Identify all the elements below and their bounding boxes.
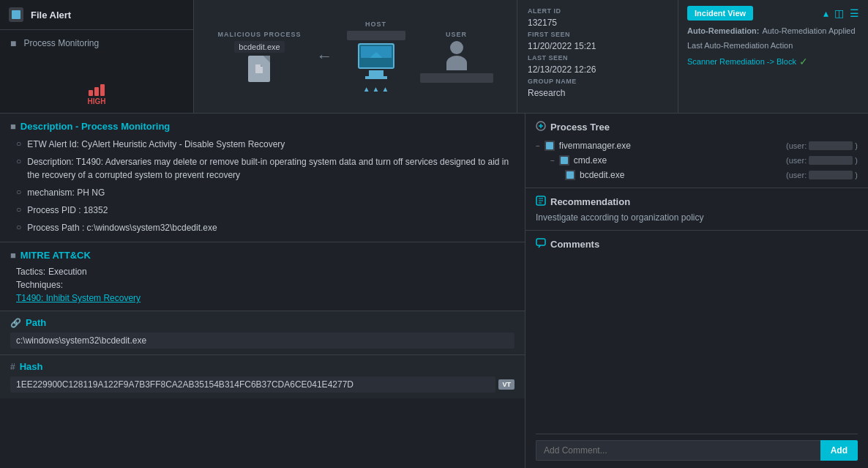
user-avatar <box>444 41 469 70</box>
flow-nodes: MALICIOUS PROCESS bcdedit.exe → HOST <box>217 21 493 93</box>
comments-header: Comments <box>536 238 858 250</box>
alert-info-panel: ALERT ID 132175 FIRST SEEN 11/20/2022 15… <box>517 0 678 113</box>
alert-id-value: 132175 <box>528 18 667 28</box>
description-title: Description - Process Monitoring <box>20 121 170 132</box>
arrow-up-1: ▲ <box>363 85 370 93</box>
incident-view-button[interactable]: Incident View <box>687 6 753 21</box>
first-seen-label: FIRST SEEN <box>528 31 667 38</box>
scanner-link-text: Scanner Remediation -> Block <box>687 57 796 66</box>
chart-icon[interactable]: ▴ <box>823 7 828 19</box>
tree-icon <box>536 121 546 133</box>
bullet-icon: ○ <box>16 222 21 232</box>
tree-nodes: − fivemmanager.exe (user: ) − <box>536 141 858 180</box>
user-blurred-2 <box>809 156 853 165</box>
proc-icon-2 <box>559 155 569 166</box>
description-section: ■ Description - Process Monitoring ○ ETW… <box>0 114 525 242</box>
check-icon: ✓ <box>799 56 808 67</box>
last-seen-label: LAST SEEN <box>528 54 667 62</box>
bullet-icon: ○ <box>16 204 21 215</box>
comments-title: Comments <box>550 239 599 250</box>
nav-label-process-monitoring: Process Monitoring <box>23 38 99 48</box>
process-tree-header: Process Tree <box>536 121 858 133</box>
sidebar: File Alert ■ Process Monitoring HIGH <box>0 0 194 113</box>
svg-rect-0 <box>12 10 20 19</box>
incident-header: Incident View ▴ ◫ ☰ <box>687 6 859 21</box>
user-suffix-1: ) <box>855 141 858 150</box>
proc-user-2: (user: ) <box>786 156 858 165</box>
proc-icon-inner <box>546 142 553 149</box>
layout-icon[interactable]: ◫ <box>834 7 844 19</box>
proc-user-1: (user: ) <box>786 141 858 150</box>
recommendation-header: Recommendation <box>536 196 858 208</box>
tree-node-3: bcdedit.exe (user: ) <box>536 170 858 180</box>
user-blurred-3 <box>809 171 853 179</box>
comment-input[interactable] <box>536 440 820 461</box>
path-value: c:\windows\system32\bcdedit.exe <box>10 333 515 349</box>
alert-bars <box>89 84 105 96</box>
hash-section: # Hash 1EE229900C128119A122F9A7B3FF8CA2A… <box>0 355 525 398</box>
mitre-content: Tactics: Execution Techniques: T1490: In… <box>10 267 515 303</box>
user-suffix-3: ) <box>855 171 858 179</box>
user-suffix-2: ) <box>855 156 858 165</box>
app-title: File Alert <box>31 10 71 21</box>
comments-section: Comments Add <box>525 231 868 468</box>
process-tree-title: Process Tree <box>550 122 610 133</box>
user-prefix-1: (user: <box>786 141 807 150</box>
proc-icon-1 <box>545 141 555 151</box>
base-icon <box>365 76 387 79</box>
last-action-label: Last Auto-Remediation Action <box>687 41 859 50</box>
malicious-process-label: MALICIOUS PROCESS <box>217 31 301 38</box>
description-content: ○ ETW Alert Id: CyAlert Heuristic Activi… <box>10 138 515 234</box>
flow-diagram: MALICIOUS PROCESS bcdedit.exe → HOST <box>194 0 517 113</box>
add-comment-button[interactable]: Add <box>820 440 858 461</box>
incident-icons: ▴ ◫ ☰ <box>823 7 859 19</box>
bullet-text: ETW Alert Id: CyAlert Heuristic Activity… <box>27 138 285 151</box>
host-icon <box>356 43 396 80</box>
comments-icon <box>536 238 546 250</box>
user-head <box>450 41 463 54</box>
bullet-text: Process Path : c:\windows\system32\bcded… <box>27 221 217 234</box>
user-label: USER <box>446 31 467 38</box>
comments-area: Add <box>536 258 858 461</box>
list-item: ○ Process PID : 18352 <box>16 204 515 217</box>
hash-vt-badge[interactable]: VT <box>498 379 515 390</box>
host-arrows: ▲ ▲ ▲ <box>363 85 389 93</box>
host-label: HOST <box>365 21 386 28</box>
proc-name-2: cmd.exe <box>574 155 607 166</box>
tree-node-1: − fivemmanager.exe (user: ) <box>536 141 858 151</box>
expand-icon-1[interactable]: − <box>536 142 540 150</box>
hash-header: # Hash <box>10 361 515 372</box>
hash-value: 1EE229900C128119A122F9A7B3FF8CA2AB35154B… <box>10 376 495 393</box>
flow-arrow: → <box>316 47 332 66</box>
path-header: 🔗 Path <box>10 317 515 328</box>
bullet-text: Process PID : 18352 <box>27 204 108 217</box>
description-icon: ■ <box>10 121 16 132</box>
description-header: ■ Description - Process Monitoring <box>10 121 515 132</box>
tactics-row: Tactics: Execution <box>16 267 515 277</box>
bullet-text: Description: T1490: Adversaries may dele… <box>27 155 515 182</box>
techniques-label-row: Techniques: <box>16 280 515 290</box>
proc-name-3: bcdedit.exe <box>580 170 624 180</box>
hash-icon: # <box>10 362 15 372</box>
bullet-icon: ○ <box>16 138 21 149</box>
technique-link[interactable]: T1490: Inhibit System Recovery <box>16 293 141 303</box>
user-blurred-1 <box>809 141 853 150</box>
group-name-label: GROUP NAME <box>528 78 667 85</box>
expand-icon-2[interactable]: − <box>550 157 555 165</box>
bullet-icon: ○ <box>16 156 21 166</box>
hash-title: Hash <box>20 361 43 372</box>
app-logo <box>9 7 23 22</box>
list-icon[interactable]: ☰ <box>850 7 859 19</box>
host-node: HOST ▲ ▲ <box>347 21 405 93</box>
tactics-label: Tactics: <box>16 267 45 277</box>
list-item: ○ Process Path : c:\windows\system32\bcd… <box>16 221 515 234</box>
malicious-process-name: bcdedit.exe <box>234 41 284 53</box>
list-item: ○ Description: T1490: Adversaries may de… <box>16 155 515 182</box>
tactics-value: Execution <box>48 267 87 277</box>
hash-value-row: 1EE229900C128119A122F9A7B3FF8CA2AB35154B… <box>10 376 515 393</box>
sidebar-item-process-monitoring[interactable]: ■ Process Monitoring <box>0 30 193 56</box>
scanner-link[interactable]: Scanner Remediation -> Block ✓ <box>687 56 859 67</box>
description-list: ○ ETW Alert Id: CyAlert Heuristic Activi… <box>16 138 515 234</box>
alert-bar-2 <box>94 87 99 96</box>
bullet-icon: ○ <box>16 187 21 197</box>
